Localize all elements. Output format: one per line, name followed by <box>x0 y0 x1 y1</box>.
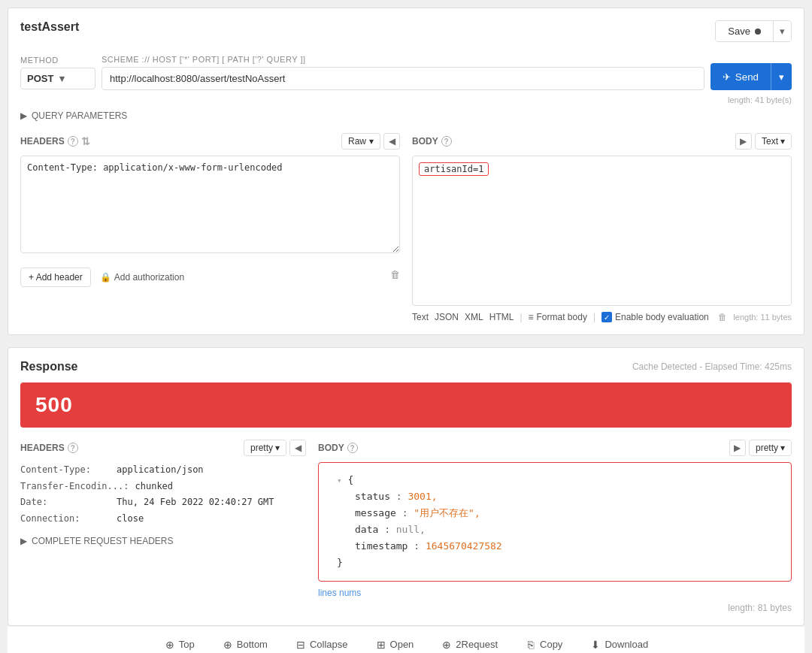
body-trash-icon[interactable]: 🗑 <box>718 312 727 322</box>
headers-section-title: HEADERS ? ⇅ <box>20 135 90 147</box>
complete-req-headers-row[interactable]: ▶ COMPLETE REQUEST HEADERS <box>20 536 306 546</box>
header-name-date: Date: <box>20 494 111 511</box>
body-type-json[interactable]: JSON <box>435 312 459 322</box>
method-selector[interactable]: POST ▾ <box>20 68 95 89</box>
add-auth-button[interactable]: 🔒 Add authorization <box>100 272 184 283</box>
separator2: | <box>593 312 595 322</box>
send-label: Send <box>735 71 759 83</box>
open-button[interactable]: ⊞ Open <box>369 636 420 653</box>
table-row: Connection: close <box>20 511 306 528</box>
method-label: METHOD <box>20 56 95 65</box>
headers-collapse-button[interactable]: ◀ <box>383 133 400 150</box>
table-row: Date: Thu, 24 Feb 2022 02:40:27 GMT <box>20 494 306 511</box>
resp-body-pretty-dropdown[interactable]: pretty ▾ <box>749 440 792 456</box>
to-request-icon: ⊕ <box>441 639 453 651</box>
body-type-html[interactable]: HTML <box>489 312 514 322</box>
top-button[interactable]: ⊕ Top <box>158 636 201 653</box>
format-icon: ≡ <box>529 312 534 322</box>
send-button[interactable]: ✈ Send ▾ <box>710 63 792 90</box>
to-request-button[interactable]: ⊕ 2Request <box>435 636 504 653</box>
body-type-xml[interactable]: XML <box>465 312 483 322</box>
header-value-transfer: chunked <box>135 479 174 495</box>
method-chevron-icon: ▾ <box>59 73 89 84</box>
resp-body-title: BODY ? <box>318 443 358 453</box>
download-button[interactable]: ⬇ Download <box>583 636 654 653</box>
save-dropdown-button[interactable]: ▾ <box>773 21 791 41</box>
add-header-label: + Add header <box>29 272 83 283</box>
format-body-button[interactable]: ≡ Format body <box>529 312 587 322</box>
top-icon: ⊕ <box>164 639 176 651</box>
bottom-icon: ⊕ <box>222 639 234 651</box>
resp-headers-table: Content-Type: application/json Transfer-… <box>20 462 306 527</box>
chevron-right-icon: ▶ <box>20 110 27 121</box>
status-bar: 500 <box>20 382 792 428</box>
timestamp-value: 1645670427582 <box>426 540 502 552</box>
to-request-label: 2Request <box>456 639 498 650</box>
open-brace: { <box>347 474 353 485</box>
resp-body-info-icon[interactable]: ? <box>347 443 358 453</box>
body-expand-button[interactable]: ▶ <box>735 133 752 150</box>
resp-body-expand-button[interactable]: ▶ <box>729 440 746 456</box>
enable-eval-toggle[interactable]: ✓ Enable body evaluation <box>601 312 709 322</box>
collapse-button[interactable]: ⊟ Collapse <box>289 636 354 653</box>
timestamp-key: timestamp <box>355 540 408 552</box>
data-key: data <box>355 524 378 535</box>
method-value: POST <box>27 73 56 84</box>
body-editor[interactable]: artisanId=1 <box>412 156 792 306</box>
headers-raw-button[interactable]: Raw ▾ <box>341 133 380 150</box>
cache-info: Cache Detected - Elapsed Time: 425ms <box>632 361 792 372</box>
open-label: Open <box>390 639 414 650</box>
header-value-content-type: application/json <box>117 462 204 479</box>
save-button-group: Save ▾ <box>715 20 792 42</box>
headers-info-icon[interactable]: ? <box>68 136 78 147</box>
resp-headers-pretty-dropdown[interactable]: pretty ▾ <box>244 440 286 456</box>
chevron-down-icon: ▾ <box>779 71 784 83</box>
header-name-content-type: Content-Type: <box>20 462 111 479</box>
url-input[interactable] <box>102 67 704 90</box>
message-value: "用户不存在", <box>414 507 480 518</box>
table-row: Transfer-Encodin...: chunked <box>20 479 306 495</box>
body-text-dropdown[interactable]: Text ▾ <box>755 133 792 150</box>
body-length: length: 11 bytes <box>733 313 792 322</box>
complete-req-chevron-icon: ▶ <box>20 536 27 546</box>
body-info-icon[interactable]: ? <box>441 136 452 147</box>
data-value: null, <box>396 524 426 535</box>
resp-headers-collapse-button[interactable]: ◀ <box>289 440 306 456</box>
resp-body-chevron: ▾ <box>780 443 785 453</box>
top-label: Top <box>179 639 195 650</box>
collapse-arrow[interactable]: ▾ <box>337 476 342 485</box>
copy-button[interactable]: ⎘ Copy <box>519 636 568 653</box>
collapse-icon: ⊟ <box>295 639 307 651</box>
headers-trash-button[interactable]: 🗑 <box>390 269 400 280</box>
send-icon: ✈ <box>723 71 731 83</box>
resp-headers-info-icon[interactable]: ? <box>68 443 78 453</box>
bottom-label: Bottom <box>237 639 268 650</box>
complete-req-headers-label: COMPLETE REQUEST HEADERS <box>32 536 173 546</box>
format-body-label: Format body <box>537 312 587 322</box>
raw-label: Raw <box>348 136 366 147</box>
status-value: 3001, <box>408 491 437 502</box>
resp-body-pretty-label: pretty <box>756 443 778 453</box>
lines-nums-link[interactable]: lines nums <box>318 588 361 598</box>
bottom-toolbar: ⊕ Top ⊕ Bottom ⊟ Collapse ⊞ Open ⊕ 2Requ… <box>8 626 804 653</box>
response-title: Response <box>20 360 77 373</box>
headers-sort-icon[interactable]: ⇅ <box>81 135 90 147</box>
body-type-text[interactable]: Text <box>412 312 429 322</box>
resp-body-json: ▾ { status : 3001, message : "用户不存在", <box>318 462 792 582</box>
save-button[interactable]: Save <box>716 21 773 41</box>
chevron-down-icon: ▾ <box>780 26 785 37</box>
add-header-button[interactable]: + Add header <box>20 268 91 287</box>
headers-textarea[interactable]: Content-Type: application/x-www-form-url… <box>20 156 400 253</box>
save-dot-icon <box>755 29 761 35</box>
raw-chevron-icon: ▾ <box>369 136 374 147</box>
query-params-label: QUERY PARAMETERS <box>32 110 127 121</box>
bottom-button[interactable]: ⊕ Bottom <box>216 636 274 653</box>
scheme-label: SCHEME :// HOST ['*' PORT] [ PATH ['?' Q… <box>102 55 306 64</box>
send-dropdown-icon[interactable]: ▾ <box>771 63 792 90</box>
eval-checkbox-icon: ✓ <box>601 312 612 322</box>
query-params-row[interactable]: ▶ QUERY PARAMETERS <box>20 110 792 121</box>
resp-pretty-label: pretty <box>250 443 273 453</box>
save-label: Save <box>728 26 750 37</box>
text-chevron-icon: ▾ <box>780 136 785 147</box>
resp-pretty-chevron: ▾ <box>275 443 280 453</box>
